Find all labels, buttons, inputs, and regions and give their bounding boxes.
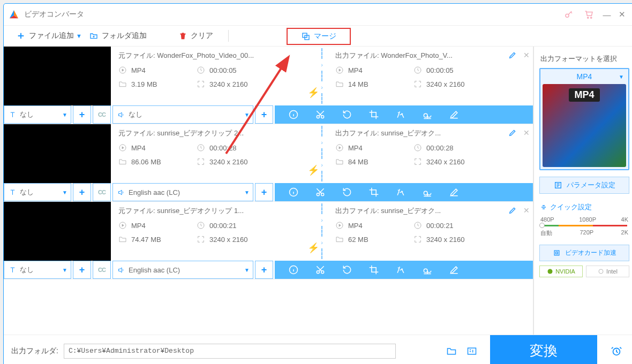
edit-tool[interactable] — [448, 264, 460, 276]
add-audio-button[interactable]: + — [255, 183, 273, 201]
svg-point-4 — [588, 17, 589, 18]
add-folder-button[interactable]: フォルダ追加 — [84, 29, 152, 43]
svg-marker-12 — [339, 69, 341, 71]
add-file-dropdown[interactable]: ▼ — [76, 33, 82, 39]
crop-tool[interactable] — [368, 264, 380, 276]
svg-marker-27 — [122, 224, 124, 226]
subtitle-select[interactable]: なし▼ — [4, 183, 71, 201]
output-duration: 00:00:05 — [413, 66, 478, 74]
video-thumbnail[interactable] — [4, 124, 111, 183]
nvidia-badge: NVIDIA — [539, 266, 583, 277]
crop-tool[interactable] — [368, 109, 380, 120]
cc-button[interactable]: CC — [93, 183, 111, 201]
svg-marker-9 — [122, 69, 124, 71]
info-tool[interactable] — [288, 264, 299, 276]
rotate-tool[interactable] — [341, 109, 353, 120]
rotate-tool[interactable] — [341, 186, 353, 198]
output-file-label: 出力ファイル: WonderFox_Photo_V... — [335, 51, 453, 60]
bolt-icon: ⚡ — [307, 242, 319, 254]
convert-button[interactable]: 変換 — [490, 335, 597, 365]
remove-item-button[interactable]: ✕ — [523, 128, 530, 137]
svg-point-38 — [548, 269, 553, 274]
source-file-label: 元ファイル: sunrise_ビデオクリップ 2... — [118, 128, 244, 138]
toolbar-separator — [228, 30, 229, 42]
chevron-down-icon: ▼ — [619, 74, 624, 80]
key-icon[interactable] — [563, 9, 575, 20]
intel-badge: Intel — [586, 266, 629, 277]
cut-tool[interactable] — [314, 109, 326, 120]
video-thumbnail[interactable] — [4, 202, 111, 261]
quick-settings-label: クイック設定 — [540, 202, 629, 212]
minimize-button[interactable]: — — [599, 10, 614, 19]
clear-button[interactable]: クリア — [174, 29, 219, 43]
audio-select[interactable]: English aac (LC)▼ — [112, 261, 253, 279]
cc-button[interactable]: CC — [93, 105, 111, 124]
subtitle-select[interactable]: なし▼ — [4, 261, 71, 279]
parameter-settings-button[interactable]: パラメータ設定 — [539, 177, 629, 194]
close-button[interactable]: ✕ — [614, 10, 629, 19]
source-resolution: 3240 x 2160 — [197, 80, 261, 88]
rotate-tool[interactable] — [341, 264, 353, 276]
source-format: MP4 — [118, 143, 183, 152]
output-folder-label: 出力フォルダ: — [11, 346, 58, 356]
output-size: 62 MB — [335, 235, 400, 244]
output-file-label: 出力ファイル: sunrise_ビデオク... — [335, 206, 441, 216]
edit-output-button[interactable] — [508, 51, 517, 61]
remove-item-button[interactable]: ✕ — [523, 206, 530, 215]
format-card[interactable]: MP4▼ MP4 — [539, 68, 629, 170]
add-subtitle-button[interactable]: + — [73, 105, 91, 124]
svg-point-5 — [591, 17, 592, 18]
cut-tool[interactable] — [314, 264, 326, 276]
effects-tool[interactable] — [395, 186, 407, 198]
source-file-label: 元ファイル: sunrise_ビデオクリップ 1... — [118, 206, 244, 216]
bolt-icon: ⚡ — [307, 164, 319, 176]
subtitle-select[interactable]: なし▼ — [4, 105, 71, 124]
output-format: MP4 — [335, 221, 400, 230]
svg-point-39 — [599, 269, 603, 274]
watermark-tool[interactable] — [422, 109, 433, 120]
edit-tool[interactable] — [448, 109, 460, 120]
video-thumbnail[interactable] — [4, 47, 111, 105]
source-format: MP4 — [118, 221, 183, 230]
edit-output-button[interactable] — [508, 206, 517, 216]
audio-select[interactable]: なし▼ — [112, 105, 253, 124]
format-thumbnail: MP4 — [543, 84, 626, 167]
add-audio-button[interactable]: + — [255, 105, 273, 124]
quality-slider[interactable]: 480P 1080P 4K 自動 720P 2K — [539, 216, 629, 237]
watermark-tool[interactable] — [422, 264, 433, 276]
svg-rect-37 — [555, 252, 558, 254]
effects-tool[interactable] — [395, 264, 407, 276]
chevron-down-icon: ▼ — [62, 112, 67, 118]
source-format: MP4 — [118, 66, 183, 74]
cart-icon[interactable] — [583, 9, 595, 20]
output-settings-button[interactable] — [464, 344, 479, 359]
alarm-button[interactable] — [606, 345, 627, 357]
chevron-down-icon: ▼ — [244, 267, 250, 273]
add-subtitle-button[interactable]: + — [73, 261, 91, 279]
file-list: 元ファイル: WonderFox_Photo_Video_00... MP4 0… — [4, 47, 533, 335]
file-item: 元ファイル: WonderFox_Photo_Video_00... MP4 0… — [4, 47, 533, 124]
open-folder-button[interactable] — [444, 344, 459, 359]
add-audio-button[interactable]: + — [255, 261, 273, 279]
remove-item-button[interactable]: ✕ — [523, 51, 530, 59]
info-tool[interactable] — [288, 186, 299, 198]
watermark-tool[interactable] — [422, 186, 433, 198]
effects-tool[interactable] — [395, 109, 407, 120]
audio-select[interactable]: English aac (LC)▼ — [112, 183, 253, 201]
source-duration: 00:00:28 — [197, 143, 261, 152]
add-file-button[interactable]: ファイル追加 — [11, 29, 79, 43]
output-duration: 00:00:21 — [413, 221, 478, 230]
edit-tool[interactable] — [448, 186, 460, 198]
edit-output-button[interactable] — [508, 128, 517, 139]
output-format: MP4 — [335, 143, 400, 152]
merge-button[interactable]: マージ — [287, 28, 351, 45]
cut-tool[interactable] — [314, 186, 326, 198]
chevron-down-icon: ▼ — [62, 189, 67, 195]
cc-button[interactable]: CC — [93, 261, 111, 279]
source-duration: 00:00:21 — [197, 221, 261, 230]
add-subtitle-button[interactable]: + — [73, 183, 91, 201]
gpu-accel-button[interactable]: ビデオカード加速 — [539, 245, 629, 261]
info-tool[interactable] — [288, 109, 299, 120]
crop-tool[interactable] — [368, 186, 380, 198]
output-folder-input[interactable] — [64, 344, 396, 359]
